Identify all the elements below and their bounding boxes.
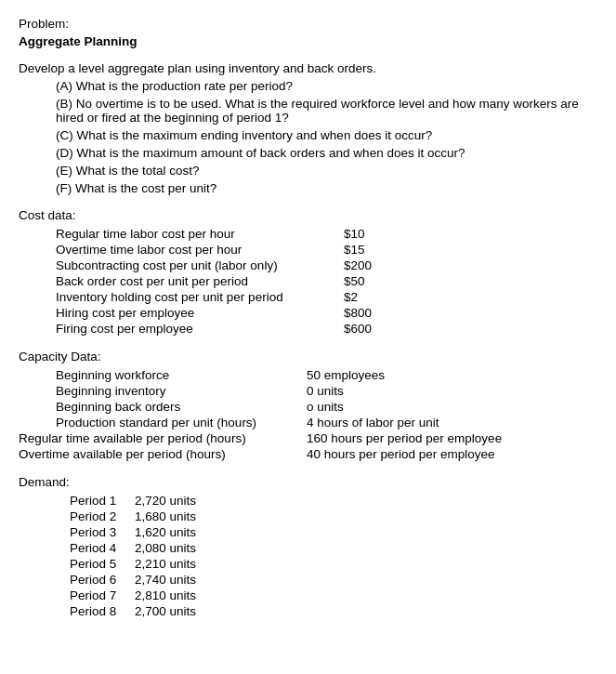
cost-label: Regular time labor cost per hour [56, 226, 344, 242]
cost-value: $200 [344, 258, 372, 273]
demand-row: Period 5 2,210 units [70, 556, 218, 572]
demand-row: Period 3 1,620 units [70, 524, 218, 540]
period-label: Period 4 [70, 540, 135, 556]
question-d: (D) What is the maximum amount of back o… [56, 146, 597, 160]
capacity-row: Beginning inventory 0 units [19, 383, 502, 399]
period-units: 2,720 units [135, 493, 218, 509]
cost-value: $2 [344, 289, 372, 305]
capacity-label: Beginning inventory [19, 383, 307, 399]
period-units: 2,700 units [135, 603, 218, 619]
capacity-label: Capacity Data: [19, 350, 597, 363]
cost-row: Hiring cost per employee $800 [56, 305, 372, 321]
capacity-label: Overtime available per period (hours) [19, 446, 307, 462]
cost-data-label: Cost data: [19, 208, 597, 222]
problem-label: Problem: [19, 17, 597, 31]
capacity-value: o units [307, 399, 502, 415]
cost-row: Overtime time labor cost per hour $15 [56, 242, 372, 258]
period-label: Period 6 [70, 572, 135, 588]
period-units: 1,620 units [135, 524, 218, 540]
capacity-row: Overtime available per period (hours) 40… [19, 446, 502, 462]
capacity-row: Beginning workforce 50 employees [19, 367, 502, 383]
demand-row: Period 1 2,720 units [70, 493, 218, 509]
demand-row: Period 7 2,810 units [70, 588, 218, 603]
question-e: (E) What is the total cost? [56, 164, 597, 178]
period-label: Period 2 [70, 509, 135, 524]
cost-value: $10 [344, 226, 372, 242]
period-label: Period 8 [70, 603, 135, 619]
cost-label: Back order cost per unit per period [56, 273, 344, 289]
cost-row: Regular time labor cost per hour $10 [56, 226, 372, 242]
question-f: (F) What is the cost per unit? [56, 181, 597, 195]
cost-row: Firing cost per employee $600 [56, 321, 372, 337]
cost-label: Firing cost per employee [56, 321, 344, 337]
cost-row: Back order cost per unit per period $50 [56, 273, 372, 289]
capacity-value: 40 hours per period per employee [307, 446, 502, 462]
cost-value: $800 [344, 305, 372, 321]
question-c: (C) What is the maximum ending inventory… [56, 128, 597, 142]
question-b: (B) No overtime is to be used. What is t… [56, 97, 597, 125]
capacity-label: Production standard per unit (hours) [19, 415, 307, 430]
period-units: 1,680 units [135, 509, 218, 524]
period-label: Period 7 [70, 588, 135, 603]
capacity-value: 160 hours per period per employee [307, 430, 502, 446]
cost-row: Subcontracting cost per unit (labor only… [56, 258, 372, 273]
capacity-row: Production standard per unit (hours) 4 h… [19, 415, 502, 430]
cost-label: Hiring cost per employee [56, 305, 344, 321]
cost-value: $50 [344, 273, 372, 289]
demand-label: Demand: [19, 475, 597, 489]
period-label: Period 3 [70, 524, 135, 540]
cost-label: Subcontracting cost per unit (labor only… [56, 258, 344, 273]
capacity-value: 4 hours of labor per unit [307, 415, 502, 430]
demand-row: Period 2 1,680 units [70, 509, 218, 524]
cost-row: Inventory holding cost per unit per peri… [56, 289, 372, 305]
period-units: 2,740 units [135, 572, 218, 588]
question-a: (A) What is the production rate per peri… [56, 79, 597, 93]
demand-row: Period 4 2,080 units [70, 540, 218, 556]
period-label: Period 5 [70, 556, 135, 572]
period-units: 2,810 units [135, 588, 218, 603]
demand-row: Period 8 2,700 units [70, 603, 218, 619]
period-units: 2,080 units [135, 540, 218, 556]
capacity-value: 50 employees [307, 367, 502, 383]
period-units: 2,210 units [135, 556, 218, 572]
cost-table: Regular time labor cost per hour $10 Ove… [56, 226, 372, 337]
demand-row: Period 6 2,740 units [70, 572, 218, 588]
capacity-row: Regular time available per period (hours… [19, 430, 502, 446]
cost-value: $15 [344, 242, 372, 258]
period-label: Period 1 [70, 493, 135, 509]
capacity-value: 0 units [307, 383, 502, 399]
capacity-label: Beginning workforce [19, 367, 307, 383]
demand-table: Period 1 2,720 units Period 2 1,680 unit… [70, 493, 218, 619]
capacity-label: Beginning back orders [19, 399, 307, 415]
intro-text: Develop a level aggregate plan using inv… [19, 61, 597, 75]
capacity-table: Beginning workforce 50 employees Beginni… [19, 367, 502, 462]
capacity-row: Beginning back orders o units [19, 399, 502, 415]
capacity-label: Regular time available per period (hours… [19, 430, 307, 446]
cost-label: Inventory holding cost per unit per peri… [56, 289, 344, 305]
cost-value: $600 [344, 321, 372, 337]
page-title: Aggregate Planning [19, 34, 597, 48]
cost-label: Overtime time labor cost per hour [56, 242, 344, 258]
